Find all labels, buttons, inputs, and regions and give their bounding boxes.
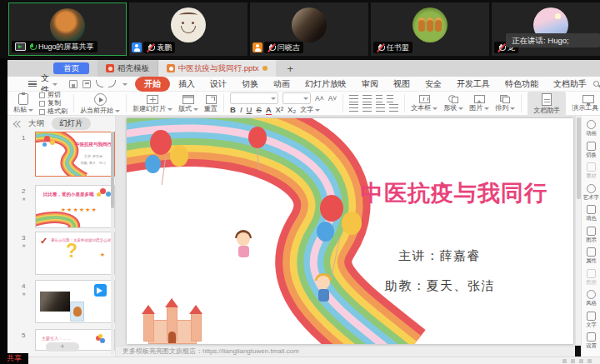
play-from-current-button[interactable]: 从当前开始 <box>80 93 120 114</box>
reset-button[interactable]: 重置 <box>204 95 218 112</box>
increase-font-icon[interactable]: A˄ <box>315 94 324 102</box>
tab-security[interactable]: 安全 <box>418 77 448 92</box>
slide-thumbnail-1[interactable]: 中医抗疫与我同行 主讲: 薛嘉睿 助教: 夏天、张洁 <box>35 132 115 177</box>
arrange-button[interactable]: 排列 <box>495 95 515 112</box>
tab-design[interactable]: 设计 <box>203 77 233 92</box>
tab-slideshow[interactable]: 幻灯片放映 <box>298 77 353 92</box>
participant-tile-4[interactable]: 任书盟 <box>371 2 489 56</box>
canvas-scrollbar[interactable] <box>575 116 581 346</box>
outline-tab[interactable]: 大纲 <box>28 118 44 129</box>
numbered-list-icon[interactable] <box>362 95 372 102</box>
picture-button[interactable]: 图片 <box>469 95 489 112</box>
docer-icon <box>106 64 114 72</box>
view-read-icon[interactable] <box>579 359 583 363</box>
print-icon[interactable] <box>82 80 91 88</box>
balloon-yellow <box>170 145 188 167</box>
tab-current-document[interactable]: 中医抗疫与我同行.pptx <box>158 60 276 77</box>
participant-tile-hugo[interactable]: Hugo的屏幕共享 <box>8 2 127 56</box>
outdent-icon[interactable] <box>376 95 382 102</box>
new-slide-button[interactable]: 新建幻灯片 <box>132 95 172 112</box>
thumb-line: 主讲: 薛嘉睿 <box>84 154 102 158</box>
participant-name: 袁鹏 <box>157 42 172 53</box>
tab-docer-templates[interactable]: 稻壳模板 <box>98 60 158 77</box>
properties-panel-button[interactable]: 属性 <box>585 247 598 264</box>
bold-button[interactable]: B <box>230 106 236 114</box>
font-family-combo[interactable] <box>230 92 278 104</box>
settings-icon <box>587 332 596 342</box>
new-slide-icon <box>147 95 158 104</box>
present-tools-button[interactable]: 演示工具 <box>572 95 600 112</box>
align-left-icon[interactable] <box>349 104 358 112</box>
thumb-book-cover <box>70 302 84 322</box>
tab-special-features[interactable]: 特色功能 <box>498 77 545 92</box>
participant-tile-5[interactable]: 龙 <box>492 2 600 56</box>
cartoon-girl <box>232 230 255 260</box>
tab-transition[interactable]: 切换 <box>235 77 265 92</box>
cut-button[interactable]: 剪切 <box>39 92 68 98</box>
strikethrough-button[interactable]: S <box>256 106 261 114</box>
divider <box>73 94 74 112</box>
collapse-panel-icon[interactable] <box>14 121 21 127</box>
slide-thumbnail-2[interactable]: 比比看，谁的小星星多哦 ★★★★★★ <box>35 185 115 228</box>
animation-panel-button[interactable]: 动画 <box>585 120 598 137</box>
search-icon[interactable] <box>593 81 599 87</box>
textbox-button[interactable]: 文本框 <box>411 95 438 112</box>
text-tool-button[interactable]: 文字 <box>300 107 320 113</box>
wordart-panel-button[interactable]: 艺术字 <box>582 184 600 201</box>
slide-thumbnail-3[interactable]: ✓ 课前小问题：大家的假期过得怎么样？ ? ★ <box>35 232 115 275</box>
view-normal-icon[interactable] <box>562 359 567 363</box>
view-sorter-icon[interactable] <box>571 359 575 363</box>
underline-button[interactable]: U <box>247 106 252 114</box>
slide-thumbnail-4[interactable] <box>35 280 115 323</box>
font-size-combo[interactable] <box>282 92 311 104</box>
tab-view[interactable]: 视图 <box>387 77 417 92</box>
redo-icon[interactable] <box>108 80 116 87</box>
view-play-icon[interactable] <box>588 359 592 363</box>
bullet-list-icon[interactable] <box>349 95 358 102</box>
new-tab-button[interactable]: + <box>288 63 294 74</box>
chevron-down-icon[interactable] <box>122 83 128 88</box>
avatar-figurines <box>412 7 448 42</box>
align-right-icon[interactable] <box>376 104 385 112</box>
decrease-font-icon[interactable]: A˅ <box>328 94 338 102</box>
italic-button[interactable]: I <box>240 106 242 114</box>
font-color-button[interactable]: A <box>266 106 272 114</box>
hamburger-icon[interactable] <box>28 81 37 87</box>
shape-button[interactable]: 形状 <box>443 95 463 112</box>
text-panel-button[interactable]: 文字 <box>585 312 598 328</box>
current-slide[interactable]: 中医抗疫与我同行 主讲：薛嘉睿 助教：夏天、张洁 <box>127 118 573 344</box>
home-button[interactable]: 首页 <box>53 62 89 74</box>
doc-helper-button[interactable]: 文档助手 <box>528 92 566 116</box>
animation-indicator-icon: ★ <box>22 196 26 202</box>
tab-home[interactable]: 开始 <box>135 77 170 92</box>
transition-panel-button[interactable]: 切换 <box>585 142 598 158</box>
tab-doc-assistant[interactable]: 文档助手 <box>547 77 593 92</box>
fill-color-panel-button[interactable]: 填色 <box>585 205 598 222</box>
layers-panel-button[interactable]: 图层 <box>585 269 598 286</box>
layout-button[interactable]: 版式 <box>178 95 198 112</box>
undo-icon[interactable] <box>96 80 103 87</box>
save-icon[interactable] <box>69 80 78 88</box>
participant-tile-2[interactable]: 袁鹏 <box>129 2 248 56</box>
diagram-panel-button[interactable]: 图示 <box>585 227 598 243</box>
tab-insert[interactable]: 插入 <box>172 77 202 92</box>
paste-button[interactable]: 粘贴 <box>13 93 33 113</box>
add-slide-button[interactable]: + <box>46 342 79 352</box>
style-panel-button[interactable]: 风格 <box>585 290 598 307</box>
copy-button[interactable]: 复制 <box>39 100 68 107</box>
format-painter-button[interactable]: 格式刷 <box>39 108 68 115</box>
align-center-icon[interactable] <box>362 104 372 112</box>
panel-scrollbar[interactable] <box>111 132 114 355</box>
diagram-icon <box>587 227 596 236</box>
tab-animation[interactable]: 动画 <box>267 77 297 92</box>
tab-review[interactable]: 审阅 <box>355 77 385 92</box>
subscript-button[interactable]: X₂ <box>288 106 296 114</box>
material-panel-button[interactable]: 素材 <box>585 162 598 179</box>
slides-tab[interactable]: 幻灯片 <box>52 117 91 130</box>
superscript-button[interactable]: X² <box>276 106 284 114</box>
tab-devtools[interactable]: 开发工具 <box>450 77 497 92</box>
participant-tile-3[interactable]: 闫晓吉 <box>250 2 368 56</box>
indent-icon[interactable] <box>387 95 393 102</box>
settings-panel-button[interactable]: 设置 <box>585 332 598 349</box>
line-spacing-icon[interactable] <box>389 104 398 112</box>
